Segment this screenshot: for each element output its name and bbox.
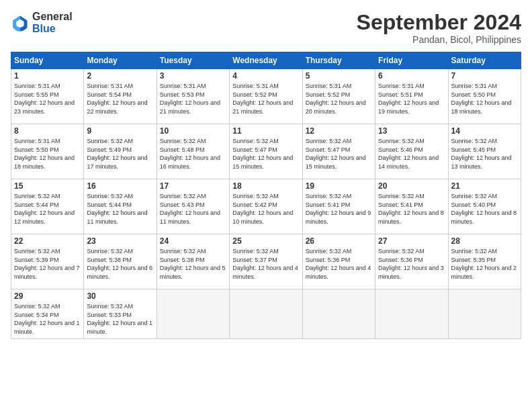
sunset-text: Sunset: 5:45 PM — [451, 146, 496, 153]
calendar-cell: 24 Sunrise: 5:32 AM Sunset: 5:38 PM Dayl… — [157, 234, 229, 289]
header-wednesday: Wednesday — [230, 52, 302, 69]
daylight-text: Daylight: 12 hours and 12 minutes. — [14, 210, 75, 225]
sunrise-text: Sunrise: 5:32 AM — [232, 193, 279, 199]
calendar-cell: 28 Sunrise: 5:32 AM Sunset: 5:35 PM Dayl… — [448, 234, 521, 289]
calendar-table: Sunday Monday Tuesday Wednesday Thursday… — [11, 52, 521, 338]
sunset-text: Sunset: 5:36 PM — [378, 257, 423, 263]
sunset-text: Sunset: 5:44 PM — [14, 201, 59, 208]
day-number: 15 — [14, 181, 81, 191]
calendar-cell: 19 Sunrise: 5:32 AM Sunset: 5:41 PM Dayl… — [302, 179, 375, 234]
sunset-text: Sunset: 5:38 PM — [87, 257, 132, 263]
sunrise-text: Sunrise: 5:32 AM — [306, 193, 352, 199]
daylight-text: Daylight: 12 hours and 22 minutes. — [87, 99, 147, 115]
daylight-text: Daylight: 12 hours and 9 minutes. — [306, 210, 371, 225]
sunrise-text: Sunrise: 5:32 AM — [232, 138, 279, 144]
sunset-text: Sunset: 5:42 PM — [232, 201, 277, 208]
sunset-text: Sunset: 5:53 PM — [160, 91, 205, 98]
daylight-text: Daylight: 12 hours and 21 minutes. — [160, 99, 220, 115]
daylight-text: Daylight: 12 hours and 5 minutes. — [160, 265, 226, 280]
sunrise-text: Sunrise: 5:32 AM — [160, 248, 206, 255]
sunset-text: Sunset: 5:43 PM — [160, 201, 205, 208]
day-number: 29 — [14, 291, 81, 301]
day-number: 13 — [378, 126, 445, 136]
sunrise-text: Sunrise: 5:32 AM — [451, 248, 498, 255]
sunset-text: Sunset: 5:52 PM — [232, 91, 277, 98]
calendar-cell: 4 Sunrise: 5:31 AM Sunset: 5:52 PM Dayli… — [230, 69, 302, 124]
daylight-text: Daylight: 12 hours and 4 minutes. — [232, 265, 298, 280]
day-number: 24 — [160, 236, 226, 246]
daylight-text: Daylight: 12 hours and 4 minutes. — [306, 265, 371, 280]
logo-icon — [11, 13, 30, 32]
sunset-text: Sunset: 5:34 PM — [14, 312, 59, 318]
calendar-cell — [157, 289, 229, 338]
daylight-text: Daylight: 12 hours and 15 minutes. — [232, 154, 293, 170]
calendar-cell: 8 Sunrise: 5:31 AM Sunset: 5:50 PM Dayli… — [11, 124, 84, 179]
sunrise-text: Sunrise: 5:32 AM — [160, 138, 206, 144]
sunrise-text: Sunrise: 5:32 AM — [378, 248, 425, 255]
day-number: 5 — [306, 71, 372, 81]
calendar-cell: 14 Sunrise: 5:32 AM Sunset: 5:45 PM Dayl… — [448, 124, 521, 179]
sunrise-text: Sunrise: 5:32 AM — [451, 138, 498, 144]
sunrise-text: Sunrise: 5:32 AM — [87, 193, 133, 199]
day-number: 28 — [451, 236, 518, 246]
calendar-cell: 22 Sunrise: 5:32 AM Sunset: 5:39 PM Dayl… — [11, 234, 84, 289]
sunset-text: Sunset: 5:38 PM — [160, 257, 205, 263]
sunrise-text: Sunrise: 5:32 AM — [87, 138, 133, 144]
sunrise-text: Sunrise: 5:32 AM — [451, 193, 498, 199]
location: Pandan, Bicol, Philippines — [357, 34, 521, 45]
calendar-cell: 30 Sunrise: 5:32 AM Sunset: 5:33 PM Dayl… — [84, 289, 157, 338]
calendar-cell — [375, 289, 448, 338]
sunrise-text: Sunrise: 5:32 AM — [14, 248, 60, 255]
calendar-cell: 1 Sunrise: 5:31 AM Sunset: 5:55 PM Dayli… — [11, 69, 84, 124]
day-number: 27 — [378, 236, 445, 246]
calendar-cell: 26 Sunrise: 5:32 AM Sunset: 5:36 PM Dayl… — [302, 234, 375, 289]
weekday-header-row: Sunday Monday Tuesday Wednesday Thursday… — [11, 52, 521, 69]
header-friday: Friday — [375, 52, 448, 69]
sunset-text: Sunset: 5:37 PM — [232, 257, 277, 263]
sunset-text: Sunset: 5:55 PM — [14, 91, 59, 98]
daylight-text: Daylight: 12 hours and 23 minutes. — [14, 99, 75, 115]
calendar-cell: 15 Sunrise: 5:32 AM Sunset: 5:44 PM Dayl… — [11, 179, 84, 234]
day-number: 14 — [451, 126, 518, 136]
sunrise-text: Sunrise: 5:31 AM — [451, 83, 498, 89]
calendar-cell: 10 Sunrise: 5:32 AM Sunset: 5:48 PM Dayl… — [157, 124, 229, 179]
day-number: 17 — [160, 181, 226, 191]
day-number: 8 — [14, 126, 81, 136]
calendar-cell — [302, 289, 375, 338]
daylight-text: Daylight: 12 hours and 6 minutes. — [87, 265, 152, 280]
day-number: 11 — [232, 126, 299, 136]
header-saturday: Saturday — [448, 52, 521, 69]
sunrise-text: Sunrise: 5:31 AM — [378, 83, 425, 89]
daylight-text: Daylight: 12 hours and 8 minutes. — [378, 210, 444, 225]
sunset-text: Sunset: 5:47 PM — [232, 146, 277, 153]
sunset-text: Sunset: 5:40 PM — [451, 201, 496, 208]
sunset-text: Sunset: 5:33 PM — [87, 312, 132, 318]
sunrise-text: Sunrise: 5:31 AM — [306, 83, 352, 89]
sunset-text: Sunset: 5:46 PM — [378, 146, 423, 153]
calendar-cell: 18 Sunrise: 5:32 AM Sunset: 5:42 PM Dayl… — [230, 179, 302, 234]
day-number: 18 — [232, 181, 299, 191]
sunrise-text: Sunrise: 5:32 AM — [87, 248, 133, 255]
daylight-text: Daylight: 12 hours and 15 minutes. — [306, 154, 366, 170]
daylight-text: Daylight: 12 hours and 13 minutes. — [451, 154, 512, 170]
sunrise-text: Sunrise: 5:32 AM — [14, 303, 60, 310]
sunset-text: Sunset: 5:44 PM — [87, 201, 132, 208]
sunrise-text: Sunrise: 5:32 AM — [306, 248, 352, 255]
sunrise-text: Sunrise: 5:32 AM — [14, 193, 60, 199]
calendar-cell: 13 Sunrise: 5:32 AM Sunset: 5:46 PM Dayl… — [375, 124, 448, 179]
calendar-cell: 12 Sunrise: 5:32 AM Sunset: 5:47 PM Dayl… — [302, 124, 375, 179]
calendar-cell: 21 Sunrise: 5:32 AM Sunset: 5:40 PM Dayl… — [448, 179, 521, 234]
daylight-text: Daylight: 12 hours and 18 minutes. — [14, 154, 75, 170]
page-container: General Blue September 2024 Pandan, Bico… — [0, 0, 532, 411]
daylight-text: Daylight: 12 hours and 3 minutes. — [378, 265, 444, 280]
daylight-text: Daylight: 12 hours and 10 minutes. — [232, 210, 293, 225]
sunrise-text: Sunrise: 5:31 AM — [87, 83, 133, 89]
daylight-text: Daylight: 12 hours and 16 minutes. — [160, 154, 220, 170]
calendar-cell: 6 Sunrise: 5:31 AM Sunset: 5:51 PM Dayli… — [375, 69, 448, 124]
sunrise-text: Sunrise: 5:32 AM — [306, 138, 352, 144]
sunset-text: Sunset: 5:51 PM — [378, 91, 423, 98]
month-title: September 2024 — [357, 11, 521, 34]
sunrise-text: Sunrise: 5:32 AM — [160, 193, 206, 199]
day-number: 1 — [14, 71, 81, 81]
day-number: 25 — [232, 236, 299, 246]
